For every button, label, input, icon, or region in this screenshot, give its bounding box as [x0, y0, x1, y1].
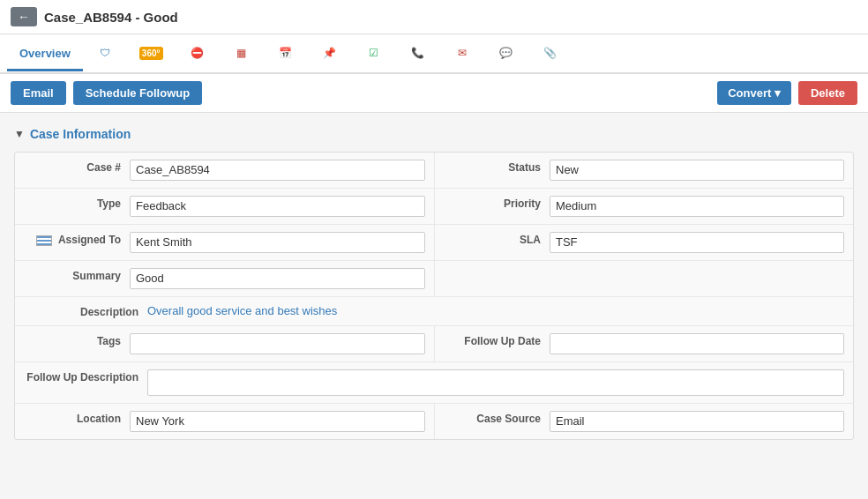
- calendar-icon: 📅: [276, 43, 296, 63]
- form-row-8: Location New York Case Source Email: [15, 404, 853, 439]
- case-source-label: Case Source: [444, 411, 550, 425]
- priority-value: Medium: [550, 196, 844, 217]
- page-title: Case_AB8594 - Good: [44, 10, 178, 25]
- phone-icon: 📞: [408, 43, 428, 63]
- assigned-to-input[interactable]: Kent Smith: [130, 232, 425, 253]
- summary-value: Good: [130, 268, 425, 289]
- follow-up-desc-input[interactable]: [147, 369, 844, 396]
- follow-up-date-label: Follow Up Date: [444, 333, 550, 347]
- check-icon: ☑: [364, 43, 384, 63]
- follow-up-desc-value: [147, 369, 844, 396]
- email-tab-icon: ✉: [453, 43, 472, 63]
- tab-360[interactable]: 360°: [127, 38, 176, 71]
- email-button[interactable]: Email: [11, 81, 66, 105]
- tab-check[interactable]: ☑: [352, 34, 396, 74]
- summary-label: Summary: [24, 268, 130, 282]
- status-label: Status: [444, 160, 550, 174]
- follow-up-desc-cell: Follow Up Description: [15, 362, 853, 404]
- form-row-5: Description Overall good service and bes…: [15, 297, 853, 326]
- section-header[interactable]: ▼ Case Information: [14, 127, 854, 141]
- case-source-cell: Case Source Email: [434, 404, 853, 439]
- delete-button[interactable]: Delete: [798, 81, 857, 105]
- case-number-label: Case #: [24, 160, 130, 174]
- content-area: ▼ Case Information Case # Case_AB8594 St…: [0, 113, 868, 454]
- schedule-followup-button[interactable]: Schedule Followup: [73, 81, 202, 105]
- form-row-4: Summary Good: [15, 261, 853, 297]
- case-number-input[interactable]: Case_AB8594: [130, 160, 425, 181]
- shield-icon: 🛡: [95, 43, 115, 63]
- tab-calendar[interactable]: 📅: [264, 34, 308, 74]
- assigned-to-cell: Assigned To Kent Smith: [15, 225, 434, 261]
- status-value: New: [550, 160, 844, 181]
- type-cell: Type Feedback: [15, 189, 434, 225]
- tab-shield[interactable]: 🛡: [83, 34, 127, 74]
- tab-phone[interactable]: 📞: [396, 34, 440, 74]
- type-input[interactable]: Feedback: [130, 196, 425, 217]
- description-label: Description: [24, 304, 147, 318]
- tab-report[interactable]: ⛔: [176, 34, 220, 74]
- priority-input[interactable]: Medium: [550, 196, 844, 217]
- priority-cell: Priority Medium: [434, 189, 853, 225]
- form-row-3: Assigned To Kent Smith SLA TSF: [15, 225, 853, 261]
- status-cell: Status New: [434, 153, 853, 189]
- priority-label: Priority: [444, 196, 550, 210]
- title-bar: ← Case_AB8594 - Good: [0, 0, 868, 34]
- tags-value: [130, 333, 425, 354]
- tab-pin[interactable]: 📌: [308, 34, 352, 74]
- follow-up-date-cell: Follow Up Date: [434, 326, 853, 362]
- form-row-2: Type Feedback Priority Medium: [15, 189, 853, 225]
- tab-bar: Overview 🛡 360° ⛔ ▦ 📅 📌 ☑ 📞 ✉ 💬 📎: [0, 34, 868, 74]
- summary-input[interactable]: Good: [130, 268, 425, 289]
- report-icon: ⛔: [188, 43, 207, 63]
- 360-icon: 360°: [139, 47, 163, 60]
- location-input[interactable]: New York: [130, 411, 425, 432]
- follow-up-desc-label: Follow Up Description: [24, 369, 147, 384]
- form-row-1: Case # Case_AB8594 Status New: [15, 153, 853, 189]
- summary-right-cell: [434, 261, 853, 297]
- location-cell: Location New York: [15, 404, 434, 439]
- tab-chat[interactable]: 💬: [484, 34, 528, 74]
- form-row-6: Tags Follow Up Date: [15, 326, 853, 362]
- tags-label: Tags: [24, 333, 130, 347]
- tags-cell: Tags: [15, 326, 434, 362]
- sla-input[interactable]: TSF: [550, 232, 844, 253]
- action-bar: Email Schedule Followup Convert ▾ Delete: [0, 74, 868, 113]
- case-number-value: Case_AB8594: [130, 160, 425, 181]
- tab-email[interactable]: ✉: [440, 34, 484, 74]
- sla-value: TSF: [550, 232, 844, 253]
- status-input[interactable]: New: [550, 160, 844, 181]
- assigned-to-value: Kent Smith: [130, 232, 425, 253]
- follow-up-date-input[interactable]: [550, 333, 844, 354]
- action-bar-right: Convert ▾ Delete: [717, 81, 857, 105]
- summary-cell: Summary Good: [15, 261, 434, 297]
- form-table: Case # Case_AB8594 Status New Type Feedb…: [14, 152, 854, 440]
- location-value: New York: [130, 411, 425, 432]
- form-row-7: Follow Up Description: [15, 362, 853, 404]
- sla-cell: SLA TSF: [434, 225, 853, 261]
- case-number-cell: Case # Case_AB8594: [15, 153, 434, 189]
- location-label: Location: [24, 411, 130, 425]
- case-source-value: Email: [550, 411, 844, 432]
- tab-grid[interactable]: ▦: [220, 34, 264, 74]
- type-label: Type: [24, 196, 130, 210]
- type-value: Feedback: [130, 196, 425, 217]
- convert-button[interactable]: Convert ▾: [717, 81, 791, 105]
- case-source-input[interactable]: Email: [550, 411, 844, 432]
- description-value: Overall good service and best wishes: [147, 304, 844, 317]
- action-bar-left: Email Schedule Followup: [11, 81, 202, 105]
- grid-icon: ▦: [232, 43, 251, 63]
- tab-overview-label: Overview: [19, 47, 71, 60]
- follow-up-date-value: [550, 333, 844, 354]
- assigned-to-label: Assigned To: [24, 232, 130, 246]
- sla-label: SLA: [444, 232, 550, 246]
- tab-attachment[interactable]: 📎: [528, 34, 572, 74]
- back-button[interactable]: ←: [11, 7, 37, 26]
- section-title: Case Information: [30, 127, 131, 141]
- attachment-icon: 📎: [541, 43, 560, 63]
- tab-overview[interactable]: Overview: [7, 38, 83, 71]
- tags-input[interactable]: [130, 333, 425, 354]
- description-text: Overall good service and best wishes: [147, 304, 337, 317]
- chat-icon: 💬: [497, 43, 516, 63]
- section-chevron: ▼: [14, 128, 25, 140]
- pin-icon: 📌: [320, 43, 340, 63]
